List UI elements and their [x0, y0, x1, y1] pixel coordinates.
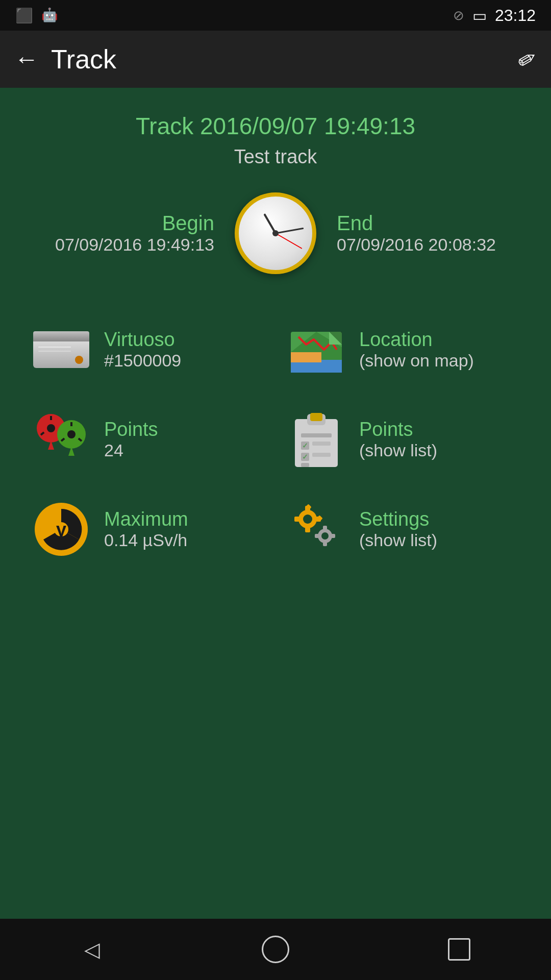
- back-button[interactable]: ←: [14, 47, 39, 71]
- radiation-pins-icon: [31, 409, 92, 470]
- svg-point-13: [67, 430, 76, 438]
- settings-value: (show list): [359, 530, 437, 550]
- maximum-label: Maximum: [104, 508, 188, 530]
- points-list-label: Points: [359, 419, 437, 440]
- top-bar: ← Track ✏: [0, 31, 551, 88]
- svg-point-34: [303, 514, 312, 524]
- svg-rect-3: [291, 352, 321, 362]
- maximum-value: 0.14 µSv/h: [104, 530, 188, 550]
- svg-text:✓: ✓: [302, 453, 308, 461]
- device-item[interactable]: Virtuoso #1500009: [20, 305, 276, 395]
- begin-value: 07/09/2016 19:49:13: [55, 235, 214, 255]
- svg-rect-37: [294, 517, 299, 522]
- device-label: Virtuoso: [104, 329, 181, 351]
- time-row: Begin 07/09/2016 19:49:13 End 07/09/2016…: [20, 192, 531, 274]
- end-label: End: [337, 212, 373, 235]
- svg-rect-27: [312, 453, 331, 457]
- device-value: #1500009: [104, 351, 181, 371]
- page-title: Track: [51, 44, 518, 75]
- svg-rect-28: [301, 463, 309, 467]
- points-count-value: 24: [104, 440, 158, 460]
- clock-icon: [235, 192, 316, 274]
- location-value: (show on map): [359, 351, 474, 371]
- nav-recent-button[interactable]: [439, 929, 480, 970]
- svg-rect-21: [301, 433, 332, 437]
- android-icon: 🤖: [41, 7, 58, 24]
- location-item[interactable]: Location (show on map): [276, 305, 531, 395]
- track-subtitle: Test track: [234, 146, 317, 168]
- svg-rect-24: [312, 442, 331, 446]
- status-time: 23:12: [495, 6, 536, 25]
- settings-icon: [286, 499, 347, 560]
- end-value: 07/09/2016 20:08:32: [337, 235, 496, 255]
- status-bar: ⬛ 🤖 ⊘ ▭ 23:12: [0, 0, 551, 31]
- radiation-badge-icon: γ: [31, 499, 92, 560]
- svg-rect-43: [323, 526, 327, 530]
- device-text: Virtuoso #1500009: [104, 329, 181, 371]
- track-title: Track 2016/09/07 19:49:13: [136, 112, 415, 140]
- info-grid: Virtuoso #1500009: [20, 305, 531, 574]
- nav-back-icon: ◁: [84, 938, 100, 961]
- svg-point-42: [321, 532, 329, 540]
- svg-rect-46: [331, 534, 335, 538]
- begin-block: Begin 07/09/2016 19:49:13: [20, 212, 214, 255]
- points-count-item[interactable]: Points 24: [20, 395, 276, 484]
- nav-back-button[interactable]: ◁: [71, 929, 112, 970]
- device-icon: [31, 319, 92, 380]
- map-icon: [286, 319, 347, 380]
- svg-text:✓: ✓: [302, 442, 308, 450]
- nav-home-button[interactable]: [255, 929, 296, 970]
- begin-label: Begin: [162, 212, 214, 235]
- svg-rect-44: [323, 542, 327, 546]
- end-block: End 07/09/2016 20:08:32: [337, 212, 531, 255]
- clipboard-icon: ✓ ✓: [286, 409, 347, 470]
- settings-label: Settings: [359, 508, 437, 530]
- settings-text: Settings (show list): [359, 508, 437, 550]
- battery-icon: ▭: [472, 7, 487, 24]
- photo-icon: ⬛: [15, 7, 33, 24]
- no-sim-icon: ⊘: [453, 8, 464, 23]
- main-content: Track 2016/09/07 19:49:13 Test track Beg…: [0, 88, 551, 919]
- points-list-item[interactable]: ✓ ✓ Points (show list): [276, 395, 531, 484]
- points-count-label: Points: [104, 419, 158, 440]
- nav-home-icon: [262, 936, 289, 963]
- maximum-text: Maximum 0.14 µSv/h: [104, 508, 188, 550]
- svg-text:γ: γ: [56, 519, 66, 540]
- location-text: Location (show on map): [359, 329, 474, 371]
- points-count-text: Points 24: [104, 419, 158, 460]
- maximum-item[interactable]: γ Maximum 0.14 µSv/h: [20, 484, 276, 574]
- svg-point-7: [47, 424, 55, 432]
- bottom-nav: ◁: [0, 919, 551, 980]
- svg-rect-36: [305, 527, 310, 532]
- svg-rect-45: [315, 534, 319, 538]
- nav-recent-icon: [448, 938, 470, 961]
- settings-item[interactable]: Settings (show list): [276, 484, 531, 574]
- points-list-value: (show list): [359, 440, 437, 460]
- location-label: Location: [359, 329, 474, 351]
- points-list-text: Points (show list): [359, 419, 437, 460]
- svg-rect-20: [310, 413, 322, 421]
